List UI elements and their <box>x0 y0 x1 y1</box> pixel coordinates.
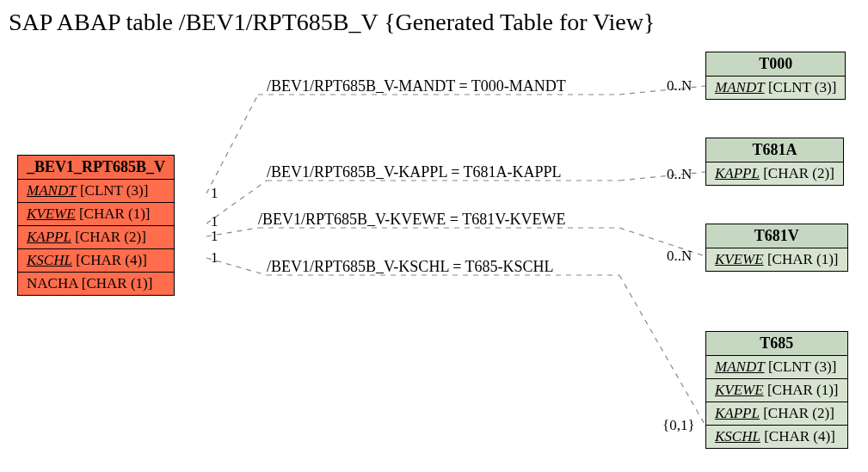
main-field: KSCHL [CHAR (4)] <box>18 249 175 273</box>
svg-line-11 <box>619 275 705 426</box>
ref-field: MANDT [CLNT (3)] <box>706 356 848 379</box>
main-entity-header: _BEV1_RPT685B_V <box>18 156 175 180</box>
cardinality-right: {0,1} <box>662 417 695 434</box>
relation-label: /BEV1/RPT685B_V-KVEWE = T681V-KVEWE <box>258 211 565 229</box>
cardinality-right: 0..N <box>667 77 692 95</box>
ref-table-header: T681V <box>706 224 848 248</box>
relation-label: /BEV1/RPT685B_V-KSCHL = T685-KSCHL <box>267 258 554 276</box>
main-field: MANDT [CLNT (3)] <box>18 180 175 203</box>
relation-label: /BEV1/RPT685B_V-KAPPL = T681A-KAPPL <box>267 163 562 181</box>
cardinality-left: 1 <box>211 185 219 202</box>
main-entity-table: _BEV1_RPT685B_V MANDT [CLNT (3)] KVEWE [… <box>17 155 175 296</box>
ref-table-header: T685 <box>706 332 848 356</box>
ref-table-header: T681A <box>706 138 844 162</box>
cardinality-right: 0..N <box>667 248 692 265</box>
ref-table-t685: T685 MANDT [CLNT (3)] KVEWE [CHAR (1)] K… <box>705 331 848 449</box>
relation-label: /BEV1/RPT685B_V-MANDT = T000-MANDT <box>267 77 566 95</box>
main-field: KVEWE [CHAR (1)] <box>18 203 175 226</box>
ref-field: MANDT [CLNT (3)] <box>706 77 846 100</box>
ref-field: KAPPL [CHAR (2)] <box>706 162 844 186</box>
cardinality-left: 1 <box>211 228 219 245</box>
cardinality-left: 1 <box>211 249 219 267</box>
ref-field: KVEWE [CHAR (1)] <box>706 379 848 402</box>
main-field: NACHA [CHAR (1)] <box>18 273 175 296</box>
ref-field: KAPPL [CHAR (2)] <box>706 402 848 426</box>
svg-line-8 <box>619 228 705 256</box>
ref-field: KVEWE [CHAR (1)] <box>706 248 848 272</box>
ref-table-header: T000 <box>706 52 846 77</box>
page-title: SAP ABAP table /BEV1/RPT685B_V {Generate… <box>9 9 655 36</box>
svg-line-5 <box>619 172 705 181</box>
svg-line-0 <box>206 95 258 193</box>
ref-table-t681a: T681A KAPPL [CHAR (2)] <box>705 138 844 186</box>
ref-table-t000: T000 MANDT [CLNT (3)] <box>705 52 846 100</box>
ref-table-t681v: T681V KVEWE [CHAR (1)] <box>705 224 848 272</box>
svg-line-2 <box>619 86 705 95</box>
cardinality-right: 0..N <box>667 166 692 183</box>
main-field: KAPPL [CHAR (2)] <box>18 226 175 249</box>
ref-field: KSCHL [CHAR (4)] <box>706 426 848 449</box>
